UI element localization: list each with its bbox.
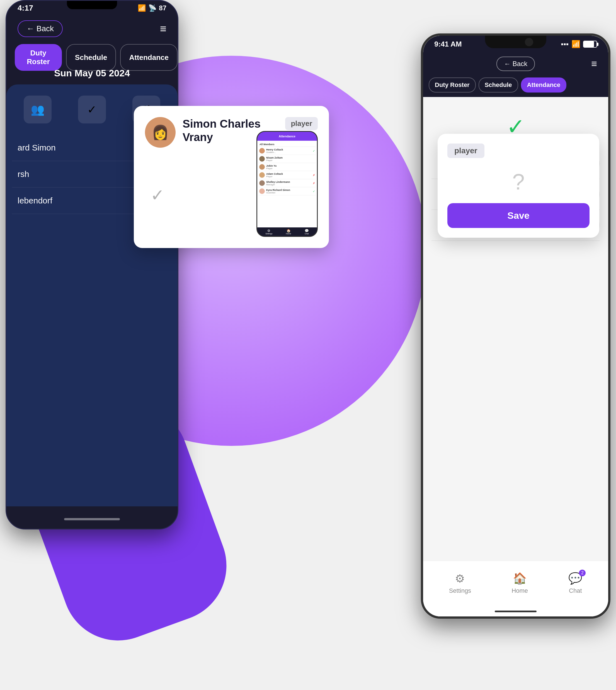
left-phone-status-bar: 4:17 📶 📡 87 — [6, 4, 178, 13]
nav-home[interactable]: 🏠 Home — [511, 572, 528, 595]
mini-x-5: ✗ — [313, 182, 315, 185]
avatar-emoji: 👩 — [152, 124, 169, 140]
mini-avatar-3 — [259, 164, 265, 170]
mini-member-name: Shelley Lindermann Manager — [266, 181, 311, 186]
home-label: Home — [511, 587, 528, 595]
right-hamburger-icon[interactable]: ≡ — [591, 58, 597, 70]
chat-badge-count: 2 — [579, 570, 586, 576]
right-phone-top: 9:41 AM ▪▪▪ 📶 ← Back ≡ Duty Roster — [423, 36, 608, 97]
right-battery-icon — [583, 41, 597, 48]
mini-member-name: Nisam Zoltam Player — [266, 156, 315, 162]
popup-avatar: 👩 — [145, 117, 176, 148]
row-name-3: lebendorf — [18, 196, 52, 205]
mini-list-item: Jobin Yu Player — [259, 163, 315, 171]
wifi-icon: 📶 — [138, 4, 146, 12]
chat-badge-container: 💬 2 — [568, 572, 582, 585]
mini-list-item: Henry Coltack Goalten... ✓ — [259, 147, 315, 155]
mini-list-item: Shelley Lindermann Manager ✗ — [259, 179, 315, 187]
mini-avatar-2 — [259, 156, 265, 162]
icon-check: ✓ — [78, 95, 106, 124]
mini-member-name: Henry Coltack Goalten... — [266, 148, 311, 154]
row-name-2: rsh — [18, 170, 29, 179]
mini-phone-bottom: ⚙Settings 🏠Home 💬Chat — [257, 227, 317, 236]
signal-icon: 📡 — [148, 4, 157, 12]
settings-icon: ⚙ — [455, 572, 465, 585]
mini-member-name: Jobin Yu Player — [266, 164, 315, 170]
mini-check-6: ✓ — [313, 190, 315, 193]
right-wifi-icon: 📶 — [571, 40, 580, 48]
mini-list-item: Nisam Zoltam Player — [259, 155, 315, 163]
left-phone-time: 4:17 — [18, 4, 33, 13]
tab-schedule[interactable]: Schedule — [66, 44, 116, 71]
mini-x-4: ✗ — [313, 174, 315, 177]
right-phone-inner: 9:41 AM ▪▪▪ 📶 ← Back ≡ Duty Roster — [423, 36, 608, 617]
icon-people: 👥 — [24, 95, 51, 124]
popup-player-badge: player — [285, 117, 318, 130]
right-phone-status: 9:41 AM ▪▪▪ 📶 — [423, 40, 608, 48]
popup-card: 👩 Simon Charles Vrany player ✓ Attendanc… — [134, 106, 329, 248]
right-phone: 9:41 AM ▪▪▪ 📶 ← Back ≡ Duty Roster — [421, 34, 611, 619]
right-player-badge: player — [447, 143, 484, 158]
mini-avatar-6 — [259, 188, 265, 194]
save-button[interactable]: Save — [447, 203, 590, 228]
chat-label: Chat — [569, 587, 582, 595]
row-name-1: ard Simon — [18, 143, 56, 152]
right-popup-card: player ? Save — [438, 134, 599, 238]
right-tab-schedule[interactable]: Schedule — [479, 77, 518, 92]
left-phone: 4:17 📶 📡 87 ← Back ≡ Duty Roster Schedul… — [5, 0, 178, 530]
right-popup-question: ? — [447, 163, 590, 200]
right-signal-icon: ▪▪▪ — [561, 40, 569, 48]
mini-check-1: ✓ — [313, 149, 315, 152]
home-icon: 🏠 — [513, 572, 527, 585]
nav-chat[interactable]: 💬 2 Chat — [568, 572, 582, 595]
mini-list-item: Adam Coltack Player ✗ — [259, 171, 315, 179]
left-phone-tabs: Duty Roster Schedule Attendance — [15, 44, 178, 71]
mini-list-item: Kyra Richard Simon Guardian ✓ — [259, 187, 315, 195]
battery-text: 87 — [159, 4, 167, 12]
right-tab-duty-roster[interactable]: Duty Roster — [429, 77, 476, 92]
left-phone-date: Sun May 05 2024 — [6, 68, 178, 79]
tab-attendance[interactable]: Attendance — [120, 44, 178, 71]
mini-nav-chat: 💬Chat — [305, 229, 309, 235]
mini-phone-header: Attendance — [257, 132, 317, 141]
mini-header-text: Attendance — [260, 135, 314, 138]
left-phone-header: ← Back ≡ — [6, 20, 178, 37]
popup-checkmark: ✓ — [145, 182, 170, 208]
right-status-right: ▪▪▪ 📶 — [561, 40, 597, 48]
mini-avatar-4 — [259, 172, 265, 178]
right-phone-bottom-nav: ⚙ Settings 🏠 Home 💬 2 Chat — [423, 561, 608, 617]
mini-member-name: Adam Coltack Player — [266, 173, 311, 178]
right-back-button[interactable]: ← Back — [497, 57, 535, 71]
left-hamburger-icon[interactable]: ≡ — [160, 23, 167, 35]
mini-phone: Attendance All Members Henry Coltack Goa… — [257, 131, 318, 237]
right-phone-time: 9:41 AM — [434, 40, 462, 48]
mini-avatar-5 — [259, 180, 265, 186]
mini-nav-settings: ⚙Settings — [265, 229, 272, 235]
battery-fill — [584, 41, 594, 47]
mini-all-members: All Members — [259, 142, 315, 147]
mini-avatar-1 — [259, 148, 265, 154]
right-tab-attendance[interactable]: Attendance — [521, 77, 567, 92]
mini-phone-content: All Members Henry Coltack Goalten... ✓ N… — [257, 141, 317, 227]
mini-member-name: Kyra Richard Simon Guardian — [266, 189, 311, 194]
right-phone-home-bar — [495, 610, 536, 612]
settings-label: Settings — [449, 587, 471, 595]
mini-nav-home: 🏠Home — [286, 229, 291, 235]
left-phone-status-right: 📶 📡 87 — [138, 4, 167, 13]
tab-duty-roster[interactable]: Duty Roster — [15, 44, 62, 71]
right-phone-tabs: Duty Roster Schedule Attendance — [429, 77, 602, 92]
left-back-button[interactable]: ← Back — [18, 20, 63, 37]
nav-settings[interactable]: ⚙ Settings — [449, 572, 471, 595]
left-phone-home-bar — [64, 518, 120, 520]
